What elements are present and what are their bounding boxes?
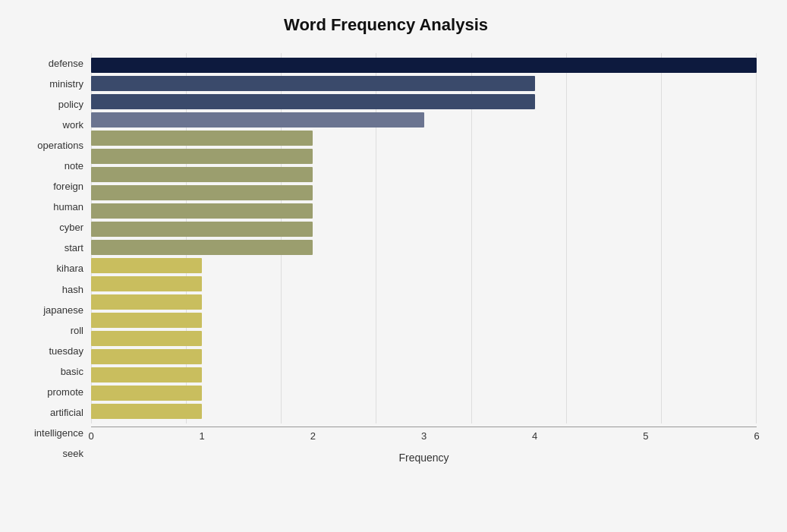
x-tick: 2 xyxy=(310,430,316,442)
bar xyxy=(91,276,202,291)
bar-row xyxy=(91,238,757,257)
x-tick: 0 xyxy=(88,430,93,442)
bars-area xyxy=(91,53,757,423)
bar xyxy=(91,404,202,419)
y-labels: defenseministrypolicyworkoperationsnotef… xyxy=(15,53,91,464)
y-label: intelligence xyxy=(34,423,83,443)
bar xyxy=(91,258,202,273)
y-label: kihara xyxy=(57,258,83,279)
y-label: basic xyxy=(61,361,83,382)
x-axis-label: Frequency xyxy=(398,452,449,464)
bar xyxy=(91,386,202,401)
x-tick: 3 xyxy=(421,430,427,442)
bar xyxy=(91,131,313,146)
bar-row xyxy=(91,74,757,93)
y-label: human xyxy=(53,197,83,217)
bar-row xyxy=(91,257,757,275)
y-label: roll xyxy=(71,320,83,341)
x-ticks-wrapper: 0123456 xyxy=(91,430,757,445)
y-label: start xyxy=(65,238,83,258)
bar xyxy=(91,203,313,219)
bar xyxy=(91,112,424,127)
bar-row xyxy=(91,366,757,384)
bar-row xyxy=(91,93,757,111)
bar-row xyxy=(91,111,757,129)
bar xyxy=(91,167,313,182)
bar-row xyxy=(91,293,757,311)
bar-row xyxy=(91,220,757,238)
bar-row xyxy=(91,275,757,293)
bar xyxy=(91,240,313,255)
bar xyxy=(91,94,535,109)
bar-row xyxy=(91,348,757,366)
x-axis-line xyxy=(91,427,757,427)
y-label: hash xyxy=(62,279,83,300)
x-axis: 0123456 Frequency xyxy=(91,427,757,464)
y-label: foreign xyxy=(53,176,83,197)
y-label: ministry xyxy=(49,74,83,94)
y-label: japanese xyxy=(43,300,83,320)
chart-title: Word Frequency Analysis xyxy=(15,15,757,35)
x-tick: 1 xyxy=(200,430,205,442)
bar xyxy=(91,58,757,73)
y-label: promote xyxy=(47,382,83,402)
bar xyxy=(91,349,202,364)
bar-row xyxy=(91,329,757,348)
bar xyxy=(91,222,313,237)
x-tick: 5 xyxy=(643,430,648,442)
y-label: tuesday xyxy=(49,341,83,361)
bar-row xyxy=(91,202,757,220)
y-label: policy xyxy=(58,94,83,115)
bar-row xyxy=(91,129,757,147)
y-label: defense xyxy=(49,53,83,74)
y-label: seek xyxy=(63,443,83,464)
chart-container: Word Frequency Analysis defenseministryp… xyxy=(0,0,787,532)
bars-and-xaxis: 0123456 Frequency xyxy=(91,53,757,464)
bar-row xyxy=(91,165,757,184)
bar xyxy=(91,185,313,200)
bar xyxy=(91,313,202,328)
y-label: cyber xyxy=(59,217,83,238)
bar xyxy=(91,76,535,91)
y-label: artificial xyxy=(50,402,83,423)
bar xyxy=(91,294,202,310)
bar xyxy=(91,331,202,346)
y-label: work xyxy=(63,115,83,135)
bar xyxy=(91,367,202,382)
x-tick: 6 xyxy=(754,430,759,442)
bar xyxy=(91,149,313,164)
bars-list xyxy=(91,53,757,423)
bar-row xyxy=(91,384,757,402)
bar-row xyxy=(91,311,757,329)
chart-area: defenseministrypolicyworkoperationsnotef… xyxy=(15,53,757,464)
y-label: note xyxy=(65,156,83,176)
x-label-row: Frequency xyxy=(91,452,757,464)
bar-row xyxy=(91,56,757,74)
bar-row xyxy=(91,402,757,420)
bar-row xyxy=(91,184,757,202)
x-tick: 4 xyxy=(532,430,537,442)
bar-row xyxy=(91,147,757,165)
y-label: operations xyxy=(37,135,83,156)
